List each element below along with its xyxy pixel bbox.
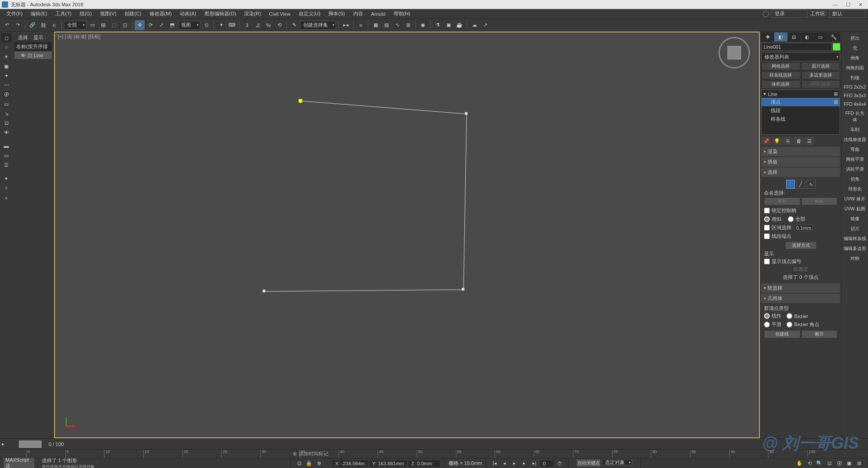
paste-sel-button[interactable]: 粘贴 — [801, 197, 838, 205]
object-color-swatch[interactable] — [833, 43, 840, 50]
menu-grapheditor[interactable]: 图形编辑器(D) — [201, 9, 240, 18]
mod-normal[interactable]: 法线修改器 — [842, 135, 867, 145]
close-button[interactable]: ✕ — [859, 2, 863, 8]
coord-x[interactable]: X: -234.564m — [332, 460, 368, 467]
vertex[interactable] — [465, 112, 468, 115]
minimize-button[interactable]: — — [833, 2, 838, 8]
remove-mod-icon[interactable]: 🗑 — [794, 137, 804, 145]
coord-z[interactable]: Z: 0.0mm — [409, 460, 440, 467]
rollout-interp[interactable]: 插值 — [761, 157, 840, 167]
eye-icon[interactable]: 👁 — [21, 53, 26, 58]
link-button[interactable]: 🔗 — [27, 20, 37, 30]
render-button[interactable]: ☕ — [454, 20, 464, 30]
viewcube[interactable] — [718, 37, 750, 68]
collapse-icon[interactable]: ▵ — [1, 193, 12, 202]
mod-spherify[interactable]: 球形化 — [842, 184, 867, 194]
mod-shell[interactable]: 壳 — [842, 43, 867, 53]
copy-sel-button[interactable]: 复制 — [764, 197, 800, 205]
render-online-button[interactable]: ☁ — [469, 20, 479, 30]
filter-camera-icon[interactable]: ▣ — [1, 62, 12, 71]
pivot-button[interactable]: ⊙ — [201, 20, 211, 30]
mod-volsel[interactable]: 体积选择 — [761, 80, 800, 88]
pan-icon[interactable]: ✋ — [795, 459, 804, 468]
spinner-snap-button[interactable]: ⟲ — [274, 20, 284, 30]
pin-stack-icon[interactable]: 📌 — [761, 137, 771, 145]
tree-item-line[interactable]: 👁 ◫ Line — [14, 51, 52, 59]
tab-utilities[interactable]: 🔧 — [827, 32, 840, 41]
mod-splinesel[interactable]: 样条线选择 — [761, 71, 800, 79]
rollout-render[interactable]: 渲染 — [761, 147, 840, 156]
sub-vertex-icon[interactable]: ⋮ — [786, 180, 795, 189]
timeline-ruler[interactable]: 0 5 10 15 20 25 30 35 40 45 50 55 60 65 … — [0, 449, 868, 458]
select-button[interactable]: ▭ — [87, 20, 97, 30]
mod-uvwunwrap[interactable]: UVW 展开 — [842, 194, 867, 204]
rollout-select[interactable]: 选择 — [761, 168, 840, 177]
refcoord-dropdown[interactable]: 视图 — [178, 21, 200, 30]
rollout-softsel[interactable]: 软选择 — [761, 283, 840, 293]
max-viewport-icon[interactable]: ⊞ — [854, 459, 863, 468]
menu-customize[interactable]: 自定义(U) — [295, 9, 324, 18]
object-name-field[interactable]: Line001 — [761, 43, 832, 51]
tab-hierarchy[interactable]: ⊟ — [788, 32, 800, 41]
mod-bevelprof[interactable]: 倒角剖面 — [842, 63, 867, 73]
display-layer-icon[interactable]: ☰ — [1, 160, 12, 169]
lock-handles-check[interactable]: 锁定控制柄 — [764, 206, 837, 215]
material-editor-button[interactable]: ◉ — [418, 20, 428, 30]
time-slider-expand[interactable]: ▸ — [0, 441, 6, 447]
mod-slice[interactable]: 切片 — [842, 224, 867, 234]
create-line-button[interactable]: 创建线 — [764, 330, 800, 338]
autokey-button[interactable]: 自动关键点 — [576, 459, 601, 467]
mod-lathe[interactable]: 车削 — [842, 125, 867, 135]
next-frame-icon[interactable]: ▸ — [520, 459, 529, 468]
filter-frozen-icon[interactable]: 👁 — [1, 128, 12, 137]
sub-spline-icon[interactable]: ∿ — [807, 180, 816, 189]
vertex[interactable] — [462, 288, 464, 291]
stack-segment[interactable]: 线段 — [762, 106, 840, 115]
filter-helper-icon[interactable]: ✦ — [1, 71, 12, 80]
unlink-button[interactable]: ⛓ — [38, 20, 48, 30]
menu-script[interactable]: 脚本(S) — [325, 9, 349, 18]
filter-geom-icon[interactable]: ◻ — [1, 33, 12, 42]
current-frame[interactable]: 0 — [540, 460, 554, 467]
snap-button[interactable]: 3 — [242, 20, 252, 30]
display-sel-icon[interactable]: ▭ — [1, 151, 12, 160]
linear-radio[interactable]: 线性 Bezier — [764, 312, 837, 320]
menu-render[interactable]: 渲染(R) — [241, 9, 264, 18]
manipulate-button[interactable]: ✦ — [216, 20, 226, 30]
menu-group[interactable]: 组(G) — [76, 9, 95, 18]
tree-header[interactable]: 名称(按升序排 — [14, 42, 52, 51]
time-config-icon[interactable]: ⏱ — [555, 459, 564, 468]
prev-frame-icon[interactable]: ◂ — [500, 459, 509, 468]
percent-snap-button[interactable]: % — [264, 20, 273, 30]
goto-start-icon[interactable]: |◂ — [490, 459, 499, 468]
fov-icon[interactable]: ⦿ — [835, 459, 844, 468]
modifier-stack[interactable]: ▾Line⊞ 顶点⊞ 线段 样条线 — [761, 90, 840, 135]
menu-animation[interactable]: 动画(A) — [176, 9, 200, 18]
zoom-all-icon[interactable]: ⊡ — [825, 459, 834, 468]
placement-button[interactable]: ⬒ — [167, 20, 177, 30]
add-time-tag[interactable]: 添加时间标记 — [299, 450, 328, 457]
ribbon-button[interactable]: ▧ — [382, 20, 391, 30]
mod-meshsel[interactable]: 网格选择 — [761, 62, 800, 70]
seg-end-check[interactable]: 线段端点 — [764, 232, 837, 241]
mod-ffd2[interactable]: FFD 2x2x2 — [842, 83, 867, 91]
viewport-top[interactable]: [+] [顶] [标准] [线框] — [54, 32, 760, 438]
arc-rotate-icon[interactable]: ⟲ — [805, 459, 814, 468]
filter-group-icon[interactable]: ▭ — [1, 100, 12, 109]
show-result-icon[interactable]: 💡 — [772, 137, 782, 145]
menu-civilview[interactable]: Civil View — [265, 10, 294, 18]
tab-display[interactable]: ▭ — [814, 32, 827, 41]
tab-select[interactable]: 选择 — [18, 34, 28, 41]
undo-button[interactable]: ↶ — [2, 20, 12, 30]
open-a360-button[interactable]: ↗ — [480, 20, 490, 30]
mod-extrude[interactable]: 挤出 — [842, 33, 867, 43]
menu-help[interactable]: 帮助(H) — [390, 9, 414, 18]
scale-button[interactable]: ⤢ — [156, 20, 166, 30]
mod-editspline[interactable]: 编辑样条线 — [842, 234, 867, 244]
render-setup-button[interactable]: ⚗ — [433, 20, 443, 30]
tab-motion[interactable]: ◐ — [801, 32, 813, 41]
filter-xref-icon[interactable]: ↘ — [1, 109, 12, 118]
menu-view[interactable]: 视图(V) — [96, 9, 120, 18]
mod-chamfer[interactable]: 切角 — [842, 174, 867, 184]
display-all-icon[interactable]: ▬ — [1, 141, 12, 150]
